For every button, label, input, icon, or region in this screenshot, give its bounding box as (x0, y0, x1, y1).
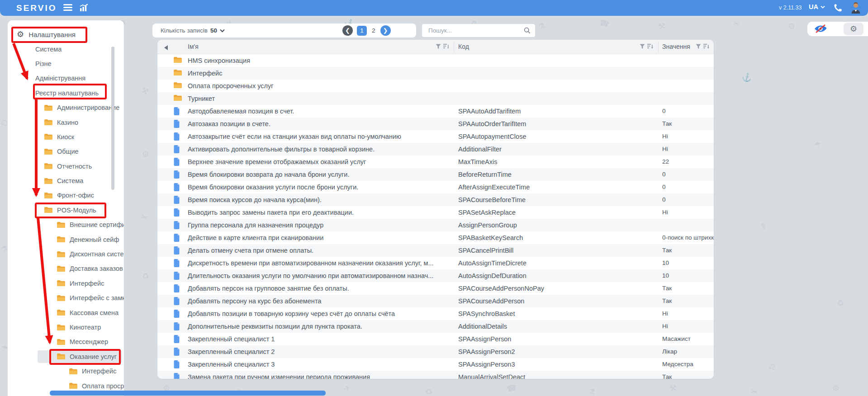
sidebar-item[interactable]: Интерфейс (8, 364, 124, 378)
horizontal-scrollbar[interactable] (50, 391, 326, 396)
table-row[interactable]: Верхнее значение времени отображаемых ок… (157, 156, 714, 168)
sidebar-item[interactable]: Мессенджер (8, 335, 124, 349)
table-row[interactable]: Добавлять персон на групповое занятие бе… (157, 282, 714, 295)
sidebar-item[interactable]: Реєстр налаштувань (8, 86, 124, 100)
sort-icon[interactable] (647, 43, 653, 49)
sidebar-item-label: Отчетность (57, 163, 92, 170)
table-row[interactable]: Активировать дополнительные фильтры в то… (157, 143, 714, 156)
chart-icon[interactable] (80, 4, 89, 14)
table-row[interactable]: Действие в карте клиента при сканировани… (157, 231, 714, 244)
table-row[interactable]: Закрепленный специалист 3SPAAssignPerson… (157, 358, 714, 371)
filter-sort-icons-value[interactable] (696, 43, 709, 49)
pagination: ❮ 1 2 ❯ (342, 25, 391, 36)
sidebar-item-label: Денежный сейф (70, 236, 119, 243)
sidebar-item[interactable]: Кассовая смена (8, 305, 124, 320)
sidebar-item[interactable]: Денежный сейф (8, 232, 124, 246)
search-icon[interactable] (524, 27, 531, 36)
column-header-value[interactable]: Значення (662, 43, 690, 50)
hidden-settings-eye-icon[interactable] (814, 24, 827, 36)
sidebar-item[interactable]: Система (8, 42, 124, 56)
column-header-name[interactable]: Ім'я (188, 43, 199, 50)
sidebar-item[interactable]: Кинотеатр (8, 320, 124, 335)
table-row[interactable]: HMS синхронизация (157, 54, 714, 67)
table-row[interactable]: Дополнительные реквизиты позиции для пун… (157, 320, 714, 333)
table-row[interactable]: Турникет (157, 92, 714, 105)
table-row[interactable]: Добавлять позиции в товарную корзину чер… (157, 307, 714, 320)
sidebar-item[interactable]: Киоск (8, 130, 124, 144)
user-avatar[interactable] (850, 2, 861, 16)
gear-icon: ⚙ (17, 30, 24, 38)
table-row[interactable]: Замена пакета при ручном изменении перио… (157, 371, 714, 379)
table-row[interactable]: Закрепленный специалист 1SPAAssignPerson… (157, 333, 714, 345)
setting-code-cell: AutoAssignTimeDicrete (458, 259, 639, 267)
sort-icon[interactable] (443, 43, 449, 49)
sidebar-item[interactable]: Администрирование (8, 100, 124, 115)
sidebar-item-label: Система (35, 46, 62, 53)
sidebar-item[interactable]: Общие (8, 144, 124, 159)
table-row[interactable]: Дискретность времени при автоматизирован… (157, 257, 714, 269)
language-selector[interactable]: UA (809, 3, 825, 10)
table-row[interactable]: Время блокировки оказания услуги после б… (157, 181, 714, 193)
file-icon (173, 322, 182, 330)
sidebar-item[interactable]: Система (8, 174, 124, 188)
table-row[interactable]: Время блокировки возврата до начала брон… (157, 168, 714, 181)
table-row[interactable]: Длительность оказания услуги по умолчани… (157, 269, 714, 282)
sidebar-item-label: Казино (57, 119, 78, 126)
setting-code-cell: SPAAssignPerson2 (458, 348, 639, 355)
sidebar-item[interactable]: Интерфейс с замками (8, 291, 124, 305)
sidebar-item[interactable]: Оказание услуг (8, 349, 124, 364)
sidebar-item[interactable]: ⚙Налаштування (8, 27, 124, 42)
table-row[interactable]: Время поиска курсов до начала курса(мин)… (157, 193, 714, 206)
sidebar-item[interactable]: Адміністрування (8, 71, 124, 85)
filter-sort-icons-code[interactable] (640, 43, 653, 49)
sidebar-item[interactable]: POS-Модуль (8, 203, 124, 217)
setting-value-cell: 22 (662, 158, 713, 165)
filter-sort-icons-name[interactable] (436, 43, 449, 49)
previous-page-button[interactable]: ❮ (342, 25, 353, 36)
setting-value-cell: 0-поиск по штрихкоду (662, 234, 713, 241)
table-row[interactable]: Автодобавлеяемая позиция в счет.SPAAutoA… (157, 105, 714, 118)
sidebar-scrollbar[interactable] (111, 47, 114, 190)
sidebar-item[interactable]: Казино (8, 115, 124, 129)
page-button-1[interactable]: 1 (357, 26, 367, 36)
table-row[interactable]: Автозакрытие счёт если на станции указан… (157, 130, 714, 143)
folder-icon (57, 222, 65, 228)
table-row[interactable]: Интерфейс (157, 67, 714, 80)
settings-gear-button[interactable]: ⚙ (844, 23, 863, 35)
collapse-left-icon[interactable] (164, 44, 168, 52)
records-count-dropdown[interactable]: Кількість записів 50 (161, 27, 225, 34)
watermark-icon: ⚓ (741, 71, 753, 83)
table-row[interactable]: Автозаказ позиции в счете.SPAAutoOrderTa… (157, 118, 714, 130)
setting-value-cell: 10 (662, 259, 713, 266)
setting-value-cell: Лікар (662, 348, 713, 355)
next-page-button[interactable]: ❯ (380, 25, 391, 36)
filter-icon[interactable] (640, 44, 645, 49)
sidebar-item[interactable]: Доставка заказов (8, 261, 124, 276)
table-row[interactable]: Добавлять персону на курс без абонемента… (157, 295, 714, 307)
sidebar-item[interactable]: Дисконтная система (8, 247, 124, 261)
table-row[interactable]: Закрепленный специалист 2SPAAssignPerson… (157, 345, 714, 358)
sidebar-item[interactable]: Різне (8, 57, 124, 71)
table-row[interactable]: Оплата просроченных услуг (157, 80, 714, 92)
filter-icon[interactable] (696, 44, 701, 49)
table-row[interactable]: Группа персонала для назначения процедур… (157, 219, 714, 231)
sidebar-item[interactable]: Интерфейс (8, 276, 124, 291)
setting-name-cell: Делать отмену счета при отмене оплаты. (188, 247, 434, 254)
filter-icon[interactable] (436, 44, 441, 49)
sidebar-item[interactable]: Внешние сертификаты (8, 217, 124, 232)
hamburger-menu-icon[interactable] (63, 4, 72, 11)
table-row[interactable]: Выводить запрос замены пакета при его де… (157, 206, 714, 219)
sidebar-item-label: Киоск (57, 133, 74, 141)
settings-table-card: Ім'я Код Значення HMS синхронизацияИнтер… (157, 40, 714, 379)
table-row[interactable]: Делать отмену счета при отмене оплаты.SP… (157, 244, 714, 257)
sidebar-item[interactable]: Отчетность (8, 159, 124, 174)
sidebar: ⚙НалаштуванняСистемаРізнеАдміністрування… (8, 20, 124, 396)
sidebar-item[interactable]: Фронт-офис (8, 188, 124, 203)
language-label: UA (809, 3, 818, 10)
page-button-2[interactable]: 2 (371, 27, 376, 34)
search-input[interactable] (427, 24, 520, 37)
phone-icon[interactable] (834, 4, 842, 14)
setting-code-cell: SPACancelPrintBill (458, 247, 639, 254)
sort-icon[interactable] (703, 43, 709, 49)
column-header-code[interactable]: Код (458, 43, 469, 50)
